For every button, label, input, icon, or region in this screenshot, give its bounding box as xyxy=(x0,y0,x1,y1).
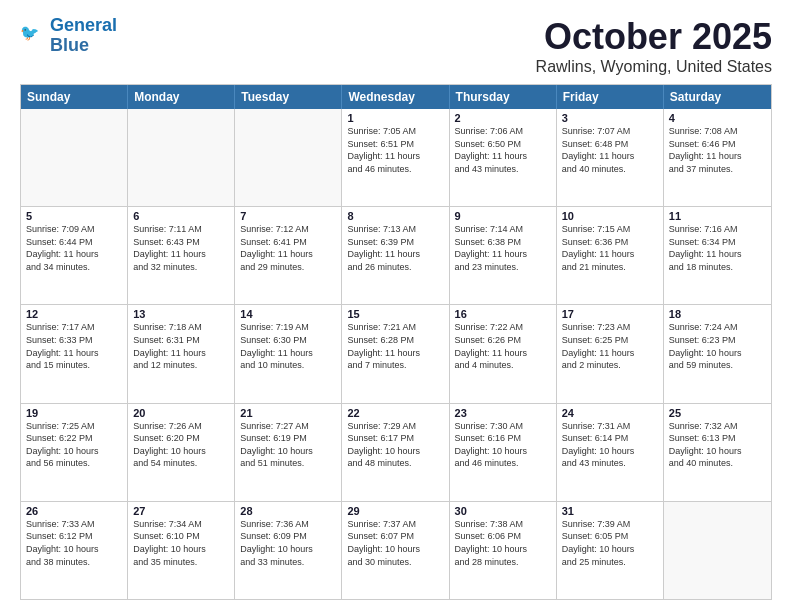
day-info: Sunrise: 7:38 AM Sunset: 6:06 PM Dayligh… xyxy=(455,518,551,568)
calendar-cell: 19Sunrise: 7:25 AM Sunset: 6:22 PM Dayli… xyxy=(21,404,128,501)
day-number: 21 xyxy=(240,407,336,419)
day-number: 7 xyxy=(240,210,336,222)
day-info: Sunrise: 7:24 AM Sunset: 6:23 PM Dayligh… xyxy=(669,321,766,371)
calendar-cell: 1Sunrise: 7:05 AM Sunset: 6:51 PM Daylig… xyxy=(342,109,449,206)
calendar-cell: 21Sunrise: 7:27 AM Sunset: 6:19 PM Dayli… xyxy=(235,404,342,501)
day-number: 29 xyxy=(347,505,443,517)
day-number: 13 xyxy=(133,308,229,320)
cal-header-day: Thursday xyxy=(450,85,557,109)
calendar-cell: 8Sunrise: 7:13 AM Sunset: 6:39 PM Daylig… xyxy=(342,207,449,304)
day-number: 1 xyxy=(347,112,443,124)
day-info: Sunrise: 7:16 AM Sunset: 6:34 PM Dayligh… xyxy=(669,223,766,273)
calendar-cell: 22Sunrise: 7:29 AM Sunset: 6:17 PM Dayli… xyxy=(342,404,449,501)
day-number: 2 xyxy=(455,112,551,124)
calendar-header: SundayMondayTuesdayWednesdayThursdayFrid… xyxy=(21,85,771,109)
day-number: 19 xyxy=(26,407,122,419)
day-info: Sunrise: 7:05 AM Sunset: 6:51 PM Dayligh… xyxy=(347,125,443,175)
day-info: Sunrise: 7:36 AM Sunset: 6:09 PM Dayligh… xyxy=(240,518,336,568)
day-number: 25 xyxy=(669,407,766,419)
calendar-cell xyxy=(128,109,235,206)
day-info: Sunrise: 7:08 AM Sunset: 6:46 PM Dayligh… xyxy=(669,125,766,175)
day-info: Sunrise: 7:26 AM Sunset: 6:20 PM Dayligh… xyxy=(133,420,229,470)
day-number: 24 xyxy=(562,407,658,419)
calendar-cell: 31Sunrise: 7:39 AM Sunset: 6:05 PM Dayli… xyxy=(557,502,664,599)
day-number: 10 xyxy=(562,210,658,222)
day-number: 16 xyxy=(455,308,551,320)
day-info: Sunrise: 7:15 AM Sunset: 6:36 PM Dayligh… xyxy=(562,223,658,273)
calendar-cell: 23Sunrise: 7:30 AM Sunset: 6:16 PM Dayli… xyxy=(450,404,557,501)
day-info: Sunrise: 7:22 AM Sunset: 6:26 PM Dayligh… xyxy=(455,321,551,371)
cal-header-day: Monday xyxy=(128,85,235,109)
day-info: Sunrise: 7:37 AM Sunset: 6:07 PM Dayligh… xyxy=(347,518,443,568)
calendar-body: 1Sunrise: 7:05 AM Sunset: 6:51 PM Daylig… xyxy=(21,109,771,599)
day-number: 17 xyxy=(562,308,658,320)
day-info: Sunrise: 7:31 AM Sunset: 6:14 PM Dayligh… xyxy=(562,420,658,470)
calendar-cell: 30Sunrise: 7:38 AM Sunset: 6:06 PM Dayli… xyxy=(450,502,557,599)
day-number: 4 xyxy=(669,112,766,124)
calendar-cell xyxy=(21,109,128,206)
calendar-cell: 29Sunrise: 7:37 AM Sunset: 6:07 PM Dayli… xyxy=(342,502,449,599)
day-info: Sunrise: 7:27 AM Sunset: 6:19 PM Dayligh… xyxy=(240,420,336,470)
day-number: 3 xyxy=(562,112,658,124)
day-number: 23 xyxy=(455,407,551,419)
page: 🐦 General Blue October 2025 Rawlins, Wyo… xyxy=(0,0,792,612)
day-info: Sunrise: 7:06 AM Sunset: 6:50 PM Dayligh… xyxy=(455,125,551,175)
cal-header-day: Sunday xyxy=(21,85,128,109)
calendar-cell: 24Sunrise: 7:31 AM Sunset: 6:14 PM Dayli… xyxy=(557,404,664,501)
day-number: 11 xyxy=(669,210,766,222)
day-info: Sunrise: 7:29 AM Sunset: 6:17 PM Dayligh… xyxy=(347,420,443,470)
calendar-row: 26Sunrise: 7:33 AM Sunset: 6:12 PM Dayli… xyxy=(21,502,771,599)
day-info: Sunrise: 7:25 AM Sunset: 6:22 PM Dayligh… xyxy=(26,420,122,470)
day-info: Sunrise: 7:23 AM Sunset: 6:25 PM Dayligh… xyxy=(562,321,658,371)
calendar-cell: 3Sunrise: 7:07 AM Sunset: 6:48 PM Daylig… xyxy=(557,109,664,206)
day-info: Sunrise: 7:11 AM Sunset: 6:43 PM Dayligh… xyxy=(133,223,229,273)
day-number: 30 xyxy=(455,505,551,517)
calendar-cell: 18Sunrise: 7:24 AM Sunset: 6:23 PM Dayli… xyxy=(664,305,771,402)
title-block: October 2025 Rawlins, Wyoming, United St… xyxy=(536,16,772,76)
cal-header-day: Saturday xyxy=(664,85,771,109)
cal-header-day: Tuesday xyxy=(235,85,342,109)
day-info: Sunrise: 7:21 AM Sunset: 6:28 PM Dayligh… xyxy=(347,321,443,371)
svg-text:🐦: 🐦 xyxy=(20,23,40,42)
calendar-cell: 28Sunrise: 7:36 AM Sunset: 6:09 PM Dayli… xyxy=(235,502,342,599)
calendar-cell: 7Sunrise: 7:12 AM Sunset: 6:41 PM Daylig… xyxy=(235,207,342,304)
day-info: Sunrise: 7:17 AM Sunset: 6:33 PM Dayligh… xyxy=(26,321,122,371)
calendar-row: 12Sunrise: 7:17 AM Sunset: 6:33 PM Dayli… xyxy=(21,305,771,403)
day-info: Sunrise: 7:07 AM Sunset: 6:48 PM Dayligh… xyxy=(562,125,658,175)
calendar-row: 19Sunrise: 7:25 AM Sunset: 6:22 PM Dayli… xyxy=(21,404,771,502)
day-info: Sunrise: 7:30 AM Sunset: 6:16 PM Dayligh… xyxy=(455,420,551,470)
logo: 🐦 General Blue xyxy=(20,16,117,56)
calendar-cell: 5Sunrise: 7:09 AM Sunset: 6:44 PM Daylig… xyxy=(21,207,128,304)
calendar-cell: 12Sunrise: 7:17 AM Sunset: 6:33 PM Dayli… xyxy=(21,305,128,402)
logo-icon: 🐦 xyxy=(20,20,48,48)
calendar-cell: 10Sunrise: 7:15 AM Sunset: 6:36 PM Dayli… xyxy=(557,207,664,304)
header: 🐦 General Blue October 2025 Rawlins, Wyo… xyxy=(20,16,772,76)
calendar-cell: 20Sunrise: 7:26 AM Sunset: 6:20 PM Dayli… xyxy=(128,404,235,501)
calendar-row: 5Sunrise: 7:09 AM Sunset: 6:44 PM Daylig… xyxy=(21,207,771,305)
calendar-cell: 27Sunrise: 7:34 AM Sunset: 6:10 PM Dayli… xyxy=(128,502,235,599)
day-number: 20 xyxy=(133,407,229,419)
day-number: 22 xyxy=(347,407,443,419)
day-info: Sunrise: 7:34 AM Sunset: 6:10 PM Dayligh… xyxy=(133,518,229,568)
day-info: Sunrise: 7:14 AM Sunset: 6:38 PM Dayligh… xyxy=(455,223,551,273)
logo-text: General Blue xyxy=(50,16,117,56)
day-number: 5 xyxy=(26,210,122,222)
calendar-cell xyxy=(235,109,342,206)
day-info: Sunrise: 7:13 AM Sunset: 6:39 PM Dayligh… xyxy=(347,223,443,273)
cal-header-day: Friday xyxy=(557,85,664,109)
day-number: 6 xyxy=(133,210,229,222)
day-number: 31 xyxy=(562,505,658,517)
day-info: Sunrise: 7:12 AM Sunset: 6:41 PM Dayligh… xyxy=(240,223,336,273)
day-info: Sunrise: 7:09 AM Sunset: 6:44 PM Dayligh… xyxy=(26,223,122,273)
day-number: 26 xyxy=(26,505,122,517)
calendar-cell: 15Sunrise: 7:21 AM Sunset: 6:28 PM Dayli… xyxy=(342,305,449,402)
calendar-cell: 2Sunrise: 7:06 AM Sunset: 6:50 PM Daylig… xyxy=(450,109,557,206)
day-number: 28 xyxy=(240,505,336,517)
day-number: 18 xyxy=(669,308,766,320)
calendar-cell: 16Sunrise: 7:22 AM Sunset: 6:26 PM Dayli… xyxy=(450,305,557,402)
day-number: 12 xyxy=(26,308,122,320)
calendar-cell: 26Sunrise: 7:33 AM Sunset: 6:12 PM Dayli… xyxy=(21,502,128,599)
calendar: SundayMondayTuesdayWednesdayThursdayFrid… xyxy=(20,84,772,600)
calendar-cell: 14Sunrise: 7:19 AM Sunset: 6:30 PM Dayli… xyxy=(235,305,342,402)
page-subtitle: Rawlins, Wyoming, United States xyxy=(536,58,772,76)
